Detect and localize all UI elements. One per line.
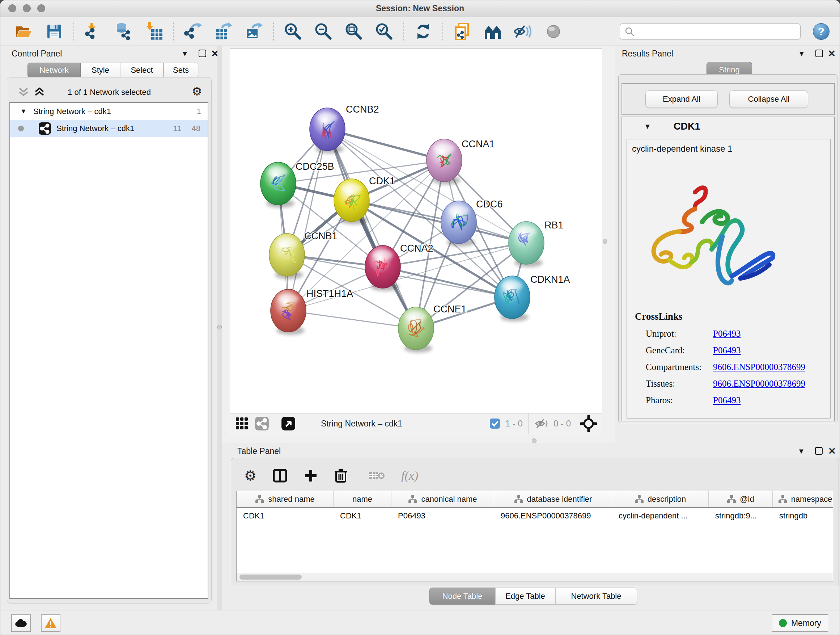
export-table-icon [214, 22, 233, 41]
table-cell[interactable]: cyclin-dependent ... [612, 511, 709, 521]
export-image-button[interactable] [244, 22, 264, 41]
tab-network-table[interactable]: Network Table [555, 587, 637, 605]
left-splitter[interactable] [218, 46, 222, 610]
import-network-from-database-icon [114, 22, 133, 41]
crosslink-link[interactable]: P06493 [713, 345, 741, 356]
network-canvas[interactable]: CCNB2CCNA1CDC25BCDK1CDC6RB1CCNB1CCNA2CDK… [230, 49, 602, 414]
open-session-icon [14, 22, 33, 41]
table-cell[interactable]: CDK1 [237, 511, 333, 521]
table-cell[interactable]: CDK1 [333, 511, 392, 521]
crosslink-link[interactable]: 9606.ENSP00000378699 [713, 379, 805, 389]
table-horizontal-scrollbar[interactable] [237, 573, 833, 581]
network-node-CDKN1A[interactable] [494, 276, 530, 321]
table-panel-close-icon[interactable]: ✕ [828, 447, 836, 456]
network-node-CCNE1[interactable] [398, 307, 434, 353]
left-splitter-handle[interactable] [217, 325, 222, 329]
table-row[interactable]: CDK1CDK1P064939606.ENSP00000378699cyclin… [237, 508, 833, 524]
tab-edge-table[interactable]: Edge Table [495, 587, 555, 605]
network-edge-HIST1H1A-CCNE1[interactable] [288, 310, 416, 328]
table-settings-gear-icon[interactable]: ⚙ [244, 469, 256, 483]
results-panel-menu-icon[interactable]: ▼ [798, 50, 805, 58]
network-node-CDC6[interactable] [441, 201, 477, 247]
export-table-button[interactable] [214, 22, 233, 41]
network-node-CCNA2[interactable] [365, 245, 401, 291]
right-splitter-handle[interactable] [603, 239, 607, 244]
zoom-in-button[interactable] [283, 22, 303, 41]
grid-view-icon[interactable] [235, 417, 249, 431]
crosslink-link[interactable]: 9606.ENSP00000378699 [713, 362, 805, 372]
zoom-selected-button[interactable] [374, 22, 394, 41]
table-cell[interactable]: stringdb:9... [709, 511, 773, 521]
network-edge-CCNA2-CDKN1A[interactable] [383, 267, 512, 297]
cloud-status-button[interactable] [11, 614, 31, 632]
expand-all-button[interactable]: Expand All [645, 90, 718, 108]
column-header-name[interactable]: name [333, 491, 392, 507]
crosslink-row: Uniprot:P06493 [646, 325, 827, 342]
open-session-button[interactable] [14, 22, 34, 41]
scrollbar-thumb[interactable] [240, 575, 302, 580]
gene-section-expander-icon[interactable]: ▼ [644, 122, 651, 131]
clone-network-view-button[interactable] [453, 22, 472, 41]
table-cell[interactable]: stringdb [773, 511, 833, 521]
help-button[interactable]: ? [813, 23, 829, 40]
network-node-HIST1H1A[interactable] [271, 289, 306, 335]
column-header-database-identifier[interactable]: database identifier [494, 491, 612, 507]
network-node-CCNB1[interactable] [269, 233, 305, 279]
network-collection-row[interactable]: ▼ String Network – cdk1 1 [10, 103, 208, 120]
tab-style[interactable]: Style [81, 63, 120, 78]
import-network-from-file-button[interactable] [84, 22, 103, 41]
memory-button[interactable]: Memory [772, 614, 828, 632]
network-panel-gear-icon[interactable]: ⚙ [192, 86, 202, 97]
zoom-out-button[interactable] [314, 22, 333, 41]
table-panel-menu-icon[interactable]: ▼ [798, 447, 805, 455]
network-row[interactable]: String Network – cdk1 11 48 [10, 120, 208, 137]
search-input[interactable] [620, 23, 801, 40]
delete-column-trash-icon[interactable] [334, 468, 347, 483]
network-share-icon[interactable] [255, 416, 269, 431]
network-node-CDK1[interactable] [334, 179, 369, 225]
show-hide-graphics-details-button[interactable] [513, 22, 533, 41]
create-column-plus-icon[interactable] [303, 469, 318, 483]
column-header--id[interactable]: @id [709, 491, 773, 507]
tab-node-table[interactable]: Node Table [429, 587, 495, 605]
column-header-namespace[interactable]: namespace [773, 491, 833, 507]
control-panel-menu-icon[interactable]: ▼ [181, 50, 188, 58]
level-of-detail-button[interactable] [544, 22, 563, 41]
warnings-button[interactable] [41, 614, 60, 632]
table-panel-float-icon[interactable] [815, 447, 823, 455]
collapse-all-button[interactable]: Collapse All [729, 90, 808, 108]
table-cell[interactable]: P06493 [392, 511, 494, 521]
warning-icon [44, 617, 57, 629]
network-edge-CCNB2-HIST1H1A[interactable] [288, 129, 327, 310]
network-node-CCNB2[interactable] [309, 108, 345, 154]
birds-eye-view-icon[interactable] [281, 416, 295, 431]
gene-details: cyclin-dependent kinase 1 [627, 139, 831, 418]
save-session-button[interactable] [44, 22, 64, 41]
crosslink-link[interactable]: P06493 [713, 395, 741, 405]
column-header-canonical-name[interactable]: canonical name [392, 491, 494, 507]
network-node-CDC25B[interactable] [261, 162, 296, 208]
show-columns-icon[interactable] [272, 468, 287, 483]
tab-network[interactable]: Network [27, 63, 81, 78]
network-node-CCNA1[interactable] [426, 139, 462, 185]
results-panel-float-icon[interactable] [815, 50, 823, 57]
import-network-from-database-button[interactable] [114, 22, 134, 41]
table-cell[interactable]: 9606.ENSP00000378699 [494, 511, 612, 521]
results-panel-close-icon[interactable]: ✕ [828, 49, 836, 58]
export-network-button[interactable] [183, 22, 203, 41]
column-header-shared-name[interactable]: shared name [237, 491, 333, 507]
import-table-from-file-button[interactable] [144, 22, 164, 41]
find-button[interactable] [483, 22, 502, 41]
node-label-RB1: RB1 [545, 220, 564, 231]
collection-expander-icon[interactable]: ▼ [20, 108, 27, 115]
column-header-description[interactable]: description [612, 491, 709, 507]
selected-checkbox-icon[interactable] [489, 418, 500, 429]
control-panel-float-icon[interactable] [199, 50, 206, 57]
fit-selected-crosshair-icon[interactable] [580, 415, 597, 432]
refresh-view-button[interactable] [414, 22, 433, 41]
network-node-RB1[interactable] [508, 222, 544, 267]
crosslink-link[interactable]: P06493 [713, 329, 741, 339]
tab-sets[interactable]: Sets [164, 63, 198, 78]
zoom-fit-button[interactable] [344, 22, 363, 41]
tab-select[interactable]: Select [120, 63, 164, 78]
